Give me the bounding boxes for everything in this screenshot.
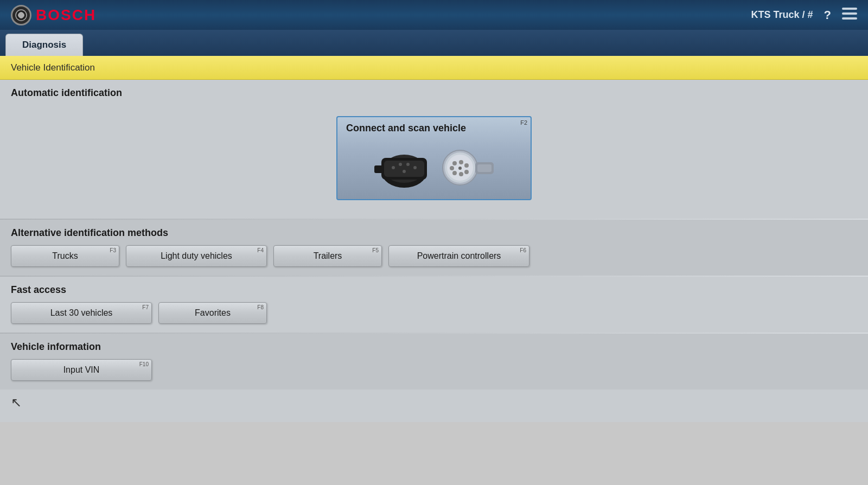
- auto-identification-section: Automatic identification F2 Connect and …: [0, 80, 868, 219]
- svg-rect-3: [842, 17, 857, 20]
- vehicle-info-buttons: F10 Input VIN: [11, 359, 857, 381]
- vehicle-info-header: Vehicle information: [11, 341, 857, 353]
- alt-identification-header: Alternative identification methods: [11, 227, 857, 239]
- vehicle-info-section: Vehicle information F10 Input VIN: [0, 334, 868, 390]
- auto-identification-header: Automatic identification: [11, 87, 857, 99]
- favorites-button[interactable]: F8 Favorites: [158, 302, 267, 324]
- connect-scan-label: Connect and scan vehicle: [346, 123, 466, 134]
- breadcrumb: Vehicle Identification: [0, 56, 868, 80]
- svg-point-18: [459, 160, 463, 164]
- svg-point-22: [452, 171, 457, 175]
- light-duty-vehicles-button[interactable]: F4 Light duty vehicles: [126, 245, 267, 267]
- svg-point-9: [399, 163, 402, 166]
- svg-rect-27: [477, 164, 492, 172]
- trucks-key-badge: F3: [110, 247, 116, 253]
- light-duty-key-badge: F4: [257, 247, 264, 253]
- trailers-button[interactable]: F5 Trailers: [273, 245, 382, 267]
- svg-point-17: [452, 161, 457, 165]
- connect-scan-area: F2 Connect and scan vehicle: [11, 105, 857, 213]
- top-bar-left: BOSCH: [11, 5, 96, 25]
- svg-rect-1: [842, 8, 857, 10]
- nav-bar: Diagnosis: [0, 30, 868, 56]
- cursor-area: ↖: [0, 390, 868, 422]
- diagnosis-tab[interactable]: Diagnosis: [5, 34, 83, 56]
- connector-image: [346, 138, 522, 194]
- fast-access-section: Fast access F7 Last 30 vehicles F8 Favor…: [0, 277, 868, 333]
- input-vin-key-badge: F10: [139, 361, 149, 367]
- connect-scan-key-hint: F2: [520, 119, 527, 126]
- kts-label: KTS Truck / #: [751, 9, 813, 21]
- trucks-button[interactable]: F3 Trucks: [11, 245, 119, 267]
- bosch-brand-name: BOSCH: [36, 7, 96, 24]
- svg-point-21: [459, 172, 463, 176]
- connect-scan-button[interactable]: F2 Connect and scan vehicle: [336, 116, 532, 200]
- main-content: Automatic identification F2 Connect and …: [0, 80, 868, 422]
- svg-point-19: [464, 163, 469, 168]
- bosch-circle-icon: [11, 5, 31, 25]
- menu-icon[interactable]: [842, 8, 857, 22]
- favorites-key-badge: F8: [257, 304, 264, 310]
- powertrain-controllers-button[interactable]: F6 Powertrain controllers: [388, 245, 529, 267]
- svg-point-24: [458, 167, 462, 170]
- help-button[interactable]: ?: [824, 8, 831, 22]
- trailers-key-badge: F5: [372, 247, 379, 253]
- input-vin-button[interactable]: F10 Input VIN: [11, 359, 152, 381]
- fast-access-header: Fast access: [11, 284, 857, 296]
- svg-point-23: [450, 166, 454, 170]
- svg-rect-7: [384, 161, 424, 177]
- svg-point-8: [392, 166, 395, 169]
- alt-identification-buttons: F3 Trucks F4 Light duty vehicles F5 Trai…: [11, 245, 857, 267]
- svg-point-12: [403, 170, 406, 173]
- cursor-pointer-icon: ↖: [11, 395, 22, 410]
- last-30-vehicles-button[interactable]: F7 Last 30 vehicles: [11, 302, 152, 324]
- svg-point-11: [413, 166, 417, 169]
- top-bar-right: KTS Truck / # ?: [751, 8, 858, 22]
- svg-rect-13: [374, 165, 384, 173]
- powertrain-key-badge: F6: [520, 247, 526, 253]
- svg-rect-2: [842, 12, 857, 15]
- alt-identification-section: Alternative identification methods F3 Tr…: [0, 220, 868, 276]
- svg-point-20: [464, 170, 469, 174]
- last30-key-badge: F7: [142, 304, 149, 310]
- fast-access-buttons: F7 Last 30 vehicles F8 Favorites: [11, 302, 857, 324]
- top-bar: BOSCH KTS Truck / # ?: [0, 0, 868, 30]
- bosch-logo: BOSCH: [11, 5, 96, 25]
- svg-point-10: [406, 163, 410, 166]
